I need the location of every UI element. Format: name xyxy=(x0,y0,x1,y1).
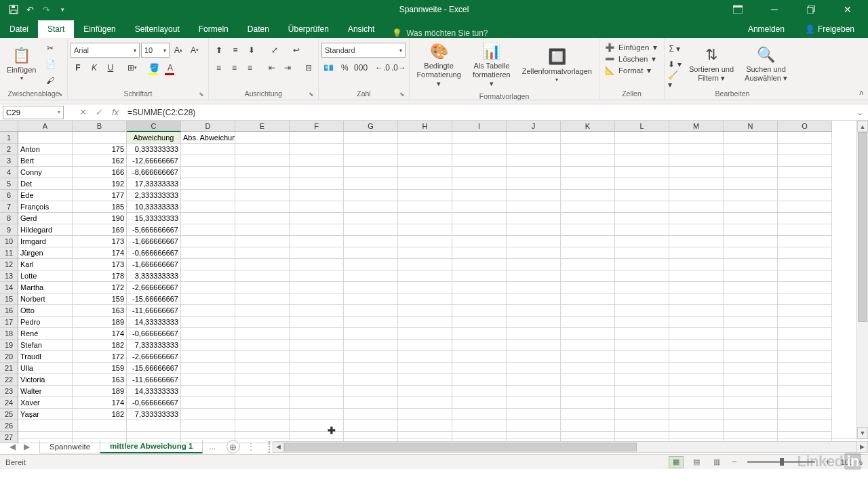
cell-D16[interactable] xyxy=(181,305,235,317)
cell-G6[interactable] xyxy=(344,190,398,201)
cell-E18[interactable] xyxy=(235,328,290,340)
percent-icon[interactable]: % xyxy=(338,60,353,75)
cell-I12[interactable] xyxy=(452,259,507,270)
cell-B7[interactable]: 185 xyxy=(73,201,127,213)
border-icon[interactable]: ⊞▾ xyxy=(125,60,140,75)
cell-A4[interactable]: Conny xyxy=(18,167,73,178)
decrease-decimal-icon[interactable]: .0→ xyxy=(391,60,406,75)
cell-E26[interactable] xyxy=(235,420,290,432)
tab-insert[interactable]: Einfügen xyxy=(74,20,125,38)
cell-L17[interactable] xyxy=(615,317,669,328)
cell-I25[interactable] xyxy=(452,409,507,420)
cell-E10[interactable] xyxy=(235,236,290,247)
align-bottom-icon[interactable]: ⬇ xyxy=(244,43,259,58)
cell-L3[interactable] xyxy=(615,155,669,167)
row-header-9[interactable]: 9 xyxy=(0,224,18,236)
cell-B14[interactable]: 172 xyxy=(73,282,127,293)
cell-E6[interactable] xyxy=(235,190,290,201)
row-header-22[interactable]: 22 xyxy=(0,374,18,386)
hscroll-track[interactable] xyxy=(284,441,856,453)
cell-L24[interactable] xyxy=(615,397,669,409)
cell-A9[interactable]: Hildegard xyxy=(18,224,73,236)
cell-F14[interactable] xyxy=(290,282,344,293)
cell-F22[interactable] xyxy=(290,374,344,386)
cell-G2[interactable] xyxy=(344,144,398,155)
col-header-N[interactable]: N xyxy=(724,121,778,132)
copy-icon[interactable]: 📄 xyxy=(43,57,58,72)
cell-E2[interactable] xyxy=(235,144,290,155)
cell-C4[interactable]: -8,666666667 xyxy=(127,167,181,178)
cell-G5[interactable] xyxy=(344,178,398,190)
tab-review[interactable]: Überprüfen xyxy=(279,20,338,38)
cell-O3[interactable] xyxy=(778,155,832,167)
row-header-20[interactable]: 20 xyxy=(0,351,18,363)
cell-J26[interactable] xyxy=(507,420,561,432)
tab-splitter[interactable]: ⋮ xyxy=(247,442,255,451)
cell-F24[interactable] xyxy=(290,397,344,409)
align-top-icon[interactable]: ⬆ xyxy=(212,43,226,58)
cell-O16[interactable] xyxy=(778,305,832,317)
cell-D13[interactable] xyxy=(181,270,235,282)
cell-M14[interactable] xyxy=(669,282,724,293)
cell-O22[interactable] xyxy=(778,374,832,386)
cell-F2[interactable] xyxy=(290,144,344,155)
cell-K8[interactable] xyxy=(561,213,615,224)
cell-A8[interactable]: Gerd xyxy=(18,213,73,224)
cell-O4[interactable] xyxy=(778,167,832,178)
row-header-12[interactable]: 12 xyxy=(0,259,18,270)
cell-H11[interactable] xyxy=(398,247,452,259)
cell-G23[interactable] xyxy=(344,386,398,397)
cell-G11[interactable] xyxy=(344,247,398,259)
cell-L26[interactable] xyxy=(615,420,669,432)
cell-G8[interactable] xyxy=(344,213,398,224)
cell-O25[interactable] xyxy=(778,409,832,420)
cell-N24[interactable] xyxy=(724,397,778,409)
insert-cells-button[interactable]: ➕Einfügen ▾ xyxy=(602,42,661,53)
cell-O1[interactable] xyxy=(778,132,832,144)
cell-K4[interactable] xyxy=(561,167,615,178)
cell-K2[interactable] xyxy=(561,144,615,155)
cell-E16[interactable] xyxy=(235,305,290,317)
cell-B4[interactable]: 166 xyxy=(73,167,127,178)
zoom-thumb[interactable] xyxy=(780,458,784,466)
cell-C25[interactable]: 7,333333333 xyxy=(127,409,181,420)
cell-D10[interactable] xyxy=(181,236,235,247)
increase-indent-icon[interactable]: ⇥ xyxy=(280,60,294,75)
cell-A21[interactable]: Ulla xyxy=(18,363,73,374)
cell-L4[interactable] xyxy=(615,167,669,178)
cell-F13[interactable] xyxy=(290,270,344,282)
cut-icon[interactable]: ✂ xyxy=(43,41,58,56)
cell-E23[interactable] xyxy=(235,386,290,397)
cell-D2[interactable] xyxy=(181,144,235,155)
name-box[interactable]: C29▾ xyxy=(3,106,64,119)
cell-F7[interactable] xyxy=(290,201,344,213)
cell-K18[interactable] xyxy=(561,328,615,340)
cell-A11[interactable]: Jürgen xyxy=(18,247,73,259)
cell-N11[interactable] xyxy=(724,247,778,259)
cell-L7[interactable] xyxy=(615,201,669,213)
cell-D1[interactable]: Abs. Abweichung xyxy=(181,132,235,144)
cell-A7[interactable]: François xyxy=(18,201,73,213)
cell-I20[interactable] xyxy=(452,351,507,363)
cell-D8[interactable] xyxy=(181,213,235,224)
cell-E8[interactable] xyxy=(235,213,290,224)
orientation-icon[interactable]: ⤢ xyxy=(267,43,282,58)
cell-L9[interactable] xyxy=(615,224,669,236)
merge-icon[interactable]: ⊟ xyxy=(301,60,315,75)
cell-B12[interactable]: 173 xyxy=(73,259,127,270)
cell-J20[interactable] xyxy=(507,351,561,363)
cell-D17[interactable] xyxy=(181,317,235,328)
cell-D4[interactable] xyxy=(181,167,235,178)
cell-H7[interactable] xyxy=(398,201,452,213)
cell-I17[interactable] xyxy=(452,317,507,328)
cell-A13[interactable]: Lotte xyxy=(18,270,73,282)
wrap-text-icon[interactable]: ↩ xyxy=(289,43,304,58)
cell-E12[interactable] xyxy=(235,259,290,270)
cell-G1[interactable] xyxy=(344,132,398,144)
cell-F19[interactable] xyxy=(290,340,344,351)
row-header-8[interactable]: 8 xyxy=(0,213,18,224)
cell-H6[interactable] xyxy=(398,190,452,201)
cell-K5[interactable] xyxy=(561,178,615,190)
cell-A1[interactable] xyxy=(18,132,73,144)
cell-F21[interactable] xyxy=(290,363,344,374)
